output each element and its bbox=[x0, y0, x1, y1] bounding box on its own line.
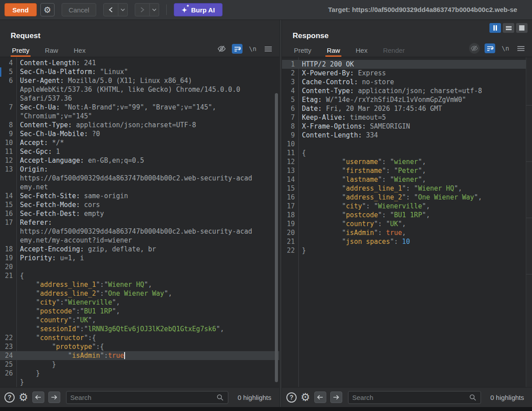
response-editor[interactable]: 1HTTP/2 200 OK2X-Powered-By: Express3Cac… bbox=[282, 57, 532, 387]
next-match-button[interactable] bbox=[330, 391, 342, 403]
code-line[interactable]: 4Content-Type: application/json; charset… bbox=[282, 86, 532, 95]
code-line[interactable]: "Chromium";v="145" bbox=[0, 112, 279, 121]
code-line[interactable]: 10Accept: */* bbox=[0, 138, 279, 147]
request-settings-button[interactable]: ⚙ bbox=[40, 3, 55, 16]
code-line[interactable]: 16Sec-Fetch-Dest: empty bbox=[0, 209, 279, 218]
search-input[interactable] bbox=[70, 394, 217, 401]
tab-hex[interactable]: Hex bbox=[354, 44, 369, 57]
code-line[interactable]: 5Sec-Ch-Ua-Platform: "Linux" bbox=[0, 67, 279, 76]
code-line[interactable]: 17 "city": "Wienerville", bbox=[282, 202, 532, 211]
code-line[interactable]: emy.net/my-account?id=wiener bbox=[0, 236, 279, 245]
code-line[interactable]: 21{ bbox=[0, 271, 279, 280]
code-line[interactable]: 13Origin: bbox=[0, 165, 279, 174]
search-icon[interactable] bbox=[216, 394, 224, 401]
code-line[interactable]: } bbox=[0, 378, 279, 387]
code-line[interactable]: 13 "firstname": "Peter", bbox=[282, 166, 532, 175]
code-line[interactable]: 20 bbox=[0, 262, 279, 271]
tab-pretty[interactable]: Pretty bbox=[293, 44, 313, 57]
code-line[interactable]: 12 "username": "wiener", bbox=[282, 157, 532, 166]
request-scrollbar[interactable] bbox=[275, 93, 278, 382]
menu-icon[interactable] bbox=[263, 44, 274, 54]
code-line[interactable]: 6User-Agent: Mozilla/5.0 (X11; Linux x86… bbox=[0, 76, 279, 85]
search-settings-icon[interactable]: ⚙ bbox=[19, 392, 28, 403]
code-line[interactable]: "postcode":"BU1 1RP", bbox=[0, 307, 279, 316]
tab-hex[interactable]: Hex bbox=[72, 44, 87, 57]
code-line[interactable]: 16 "address_line_2": "One Wiener Way", bbox=[282, 193, 532, 202]
code-line[interactable]: 20 "isAdmin": true, bbox=[282, 228, 532, 237]
code-line[interactable]: 8X-Frame-Options: SAMEORIGIN bbox=[282, 122, 532, 131]
code-line[interactable]: 8Content-Type: application/json;charset=… bbox=[0, 121, 279, 129]
line-number: 21 bbox=[0, 271, 16, 280]
code-line[interactable]: Safari/537.36 bbox=[0, 94, 279, 103]
code-line[interactable]: 22 "constructor":{ bbox=[0, 333, 279, 342]
code-line[interactable]: 26 } bbox=[0, 369, 279, 378]
code-line[interactable]: 3Cache-Control: no-store bbox=[282, 78, 532, 86]
code-line[interactable]: 12Accept-Language: en-GB,en;q=0.5 bbox=[0, 156, 279, 165]
previous-match-button[interactable] bbox=[32, 391, 44, 403]
code-line[interactable]: 15 "address_line_1": "Wiener HQ", bbox=[282, 184, 532, 193]
code-line[interactable]: 6Date: Fri, 20 Mar 2026 17:45:46 GMT bbox=[282, 104, 532, 113]
next-match-button[interactable] bbox=[48, 391, 60, 403]
code-line[interactable]: 14 "lastname": "Wiener", bbox=[282, 175, 532, 184]
code-line[interactable]: 9Sec-Ch-Ua-Mobile: ?0 bbox=[0, 129, 279, 138]
newline-icon[interactable]: \n bbox=[247, 44, 258, 54]
search-icon[interactable] bbox=[469, 394, 477, 401]
code-line[interactable]: 19 "country": "UK", bbox=[282, 219, 532, 228]
code-line[interactable]: 10 bbox=[282, 140, 532, 149]
help-icon[interactable]: ? bbox=[286, 392, 297, 403]
tab-pretty[interactable]: Pretty bbox=[11, 44, 31, 57]
code-line[interactable]: "city":"Wienerville", bbox=[0, 298, 279, 307]
tab-render[interactable]: Render bbox=[382, 44, 406, 57]
hide-matched-icon[interactable] bbox=[216, 44, 227, 54]
code-line[interactable]: "country":"UK", bbox=[0, 316, 279, 325]
code-line[interactable]: 1HTTP/2 200 OK bbox=[282, 60, 532, 69]
word-wrap-icon[interactable] bbox=[232, 44, 243, 54]
code-line[interactable]: 5Etag: W/"14e-/rxYzhSfiD4zL1vVonmGpZgVmW… bbox=[282, 95, 532, 104]
code-line[interactable]: 15Sec-Fetch-Mode: cors bbox=[0, 200, 279, 209]
newline-icon[interactable]: \n bbox=[500, 43, 511, 53]
menu-icon[interactable] bbox=[516, 43, 526, 53]
response-scroll-track[interactable] bbox=[526, 57, 532, 387]
burp-ai-button[interactable]: ✦✦ Burp AI bbox=[174, 3, 222, 16]
code-line[interactable]: 23 "prototype":{ bbox=[0, 342, 279, 351]
code-line[interactable]: "address_line_2":"One Wiener Way", bbox=[0, 289, 279, 298]
word-wrap-icon[interactable] bbox=[485, 43, 495, 53]
tab-raw[interactable]: Raw bbox=[325, 44, 341, 57]
tab-raw[interactable]: Raw bbox=[43, 44, 59, 57]
forward-dropdown-button[interactable] bbox=[150, 3, 159, 16]
code-line[interactable]: 7Sec-Ch-Ua: "Not:A-Brand";v="99", "Brave… bbox=[0, 103, 279, 112]
code-line[interactable]: 14Sec-Fetch-Site: same-origin bbox=[0, 192, 279, 200]
code-line[interactable]: 11Sec-Gpc: 1 bbox=[0, 147, 279, 156]
code-line[interactable]: 21 "json spaces": 10 bbox=[282, 237, 532, 246]
code-line[interactable]: 11{ bbox=[282, 149, 532, 157]
code-line[interactable]: 4Content-Length: 241 bbox=[0, 59, 279, 67]
code-line[interactable]: 2X-Powered-By: Express bbox=[282, 69, 532, 78]
code-line[interactable]: 9Content-Length: 334 bbox=[282, 131, 532, 140]
back-button[interactable] bbox=[103, 3, 118, 16]
previous-match-button[interactable] bbox=[314, 391, 326, 403]
code-line[interactable]: 19Priority: u=1, i bbox=[0, 254, 279, 262]
search-input[interactable] bbox=[352, 394, 469, 401]
code-line[interactable]: 24 "isAdmin":true bbox=[0, 351, 279, 360]
code-line[interactable]: https://0af500d90329dd4a863747b0004b00c2… bbox=[0, 174, 279, 183]
code-line[interactable]: 18Accept-Encoding: gzip, deflate, br bbox=[0, 245, 279, 254]
request-editor[interactable]: 4Content-Length: 2415Sec-Ch-Ua-Platform:… bbox=[0, 57, 279, 387]
forward-button[interactable] bbox=[135, 3, 150, 16]
code-line[interactable]: 17Referer: bbox=[0, 218, 279, 227]
back-dropdown-button[interactable] bbox=[118, 3, 128, 16]
code-line[interactable]: 25 } bbox=[0, 360, 279, 369]
code-line[interactable]: https://0af500d90329dd4a863747b0004b00c2… bbox=[0, 227, 279, 236]
code-line[interactable]: AppleWebKit/537.36 (KHTML, like Gecko) C… bbox=[0, 85, 279, 94]
code-line[interactable]: emy.net bbox=[0, 183, 279, 192]
code-line[interactable]: 7Keep-Alive: timeout=5 bbox=[282, 113, 532, 122]
help-icon[interactable]: ? bbox=[4, 392, 15, 403]
code-line[interactable]: "address_line_1":"Wiener HQ", bbox=[0, 280, 279, 289]
send-button[interactable]: Send bbox=[4, 3, 37, 16]
hide-matched-icon[interactable] bbox=[469, 43, 480, 54]
code-line[interactable]: 18 "postcode": "BU1 1RP", bbox=[282, 211, 532, 219]
code-line[interactable]: "sessionId":"lRNN3g6QtEv6jOJ3lK2ebQ1GtxE… bbox=[0, 325, 279, 333]
line-content: Sec-Gpc: 1 bbox=[16, 147, 60, 156]
cancel-button[interactable]: Cancel bbox=[62, 3, 97, 16]
code-line[interactable]: 22} bbox=[282, 246, 532, 255]
search-settings-icon[interactable]: ⚙ bbox=[301, 392, 310, 403]
